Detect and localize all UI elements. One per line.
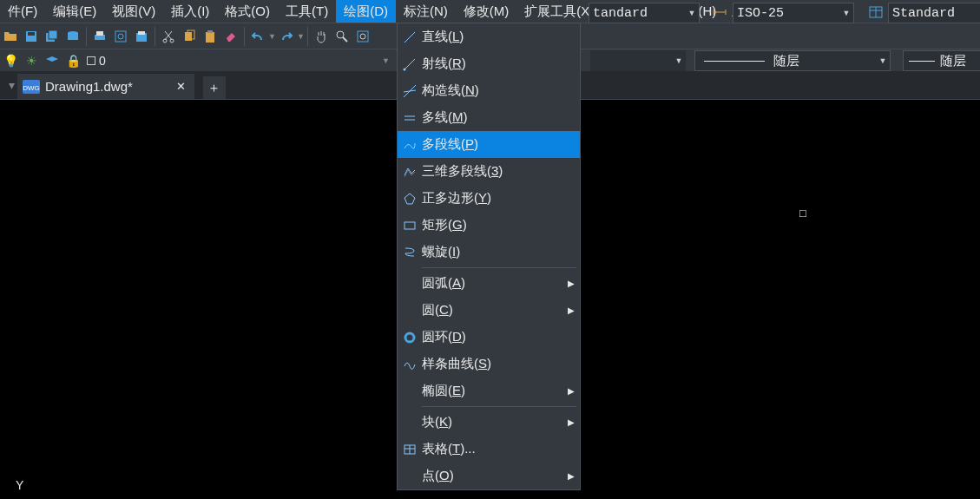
menu-item[interactable]: 修改(M) <box>456 0 517 23</box>
menu-item[interactable]: 视图(V) <box>104 0 163 23</box>
draw-menu-dropdown: 直线(L)射线(R)构造线(N)多线(M)多段线(P)三维多段线(3)正多边形(… <box>397 23 581 490</box>
menu-item-label: 圆弧(A) <box>422 275 562 292</box>
menu-item-label: 螺旋(I) <box>422 244 580 260</box>
dropdown-arrow-icon: ▼ <box>685 9 699 17</box>
tablestyle-icon[interactable] <box>869 5 883 22</box>
menu-item-[interactable]: 圆弧(A)▶ <box>398 270 580 297</box>
svg-rect-16 <box>206 32 214 43</box>
db-icon[interactable] <box>64 27 82 46</box>
lineweight-line-icon <box>909 61 935 62</box>
menu-item-[interactable]: 椭圆(E)▶ <box>398 378 580 404</box>
helix-icon <box>398 239 422 266</box>
dropdown-arrow-icon: ▼ <box>839 9 853 17</box>
submenu-arrow-icon: ▶ <box>562 471 580 481</box>
svg-rect-8 <box>115 31 126 42</box>
menu-item[interactable]: 编辑(E) <box>45 0 104 23</box>
dropdown-arrow-icon: ▼ <box>876 56 890 65</box>
svg-point-26 <box>404 68 406 70</box>
blank-icon <box>398 409 422 436</box>
undo-dropdown-icon[interactable]: ▼ <box>268 32 276 41</box>
zoom-icon[interactable] <box>333 27 351 46</box>
menu-item-ray[interactable]: 射线(R) <box>398 50 580 77</box>
submenu-arrow-icon: ▶ <box>562 305 580 315</box>
preview-icon[interactable] <box>112 27 129 46</box>
blank-icon <box>398 297 422 324</box>
ray-icon <box>398 50 422 77</box>
pan-icon[interactable] <box>312 27 330 46</box>
svg-rect-3 <box>49 30 57 39</box>
menu-item[interactable]: 插入(I) <box>163 0 217 23</box>
layer-dropdown-icon[interactable]: ▼ <box>382 56 390 65</box>
redo-icon[interactable] <box>278 27 295 46</box>
menu-item[interactable]: 绘图(D) <box>336 0 396 23</box>
lineweight-value: 随层 <box>940 53 966 69</box>
menu-item-[interactable]: 圆(C)▶ <box>398 297 580 324</box>
menu-item-rect[interactable]: 矩形(G) <box>398 212 580 239</box>
undo-icon[interactable] <box>249 27 266 46</box>
cut-icon[interactable] <box>160 27 177 46</box>
menu-item-[interactable]: 点(O)▶ <box>398 463 580 489</box>
folder-icon[interactable] <box>2 27 19 46</box>
lightbulb-icon[interactable]: 💡 <box>2 51 19 70</box>
save-all-icon[interactable] <box>43 27 61 46</box>
menu-item[interactable]: 工具(T) <box>278 0 336 23</box>
svg-rect-32 <box>404 222 415 229</box>
menu-item[interactable]: 格式(O) <box>217 0 278 23</box>
menu-item-label: 椭圆(E) <box>422 383 562 399</box>
dimstyle-icon[interactable] <box>712 5 727 22</box>
sun-icon[interactable]: ☀ <box>23 51 40 70</box>
dwg-file-icon: DWG <box>23 80 40 94</box>
svg-point-33 <box>405 333 414 342</box>
blank-icon <box>398 378 422 404</box>
layer-name: 0 <box>99 54 106 68</box>
spline-icon <box>398 351 422 378</box>
dimstyle-combo[interactable]: ISO-25 ▼ <box>733 3 854 23</box>
menu-item-donut[interactable]: 圆环(D) <box>398 324 580 351</box>
layer-color-icon[interactable] <box>87 56 95 65</box>
erase-icon[interactable] <box>222 27 240 46</box>
textstyle-combo[interactable]: tandard ▼ <box>589 3 700 23</box>
tab-handle-icon[interactable]: ▾ <box>9 70 17 99</box>
close-icon[interactable]: ✕ <box>176 80 186 93</box>
lock-icon[interactable]: 🔒 <box>64 51 82 70</box>
save-icon[interactable] <box>23 27 40 46</box>
publish-icon[interactable] <box>133 27 150 46</box>
menu-item-xline[interactable]: 构造线(N) <box>398 77 580 104</box>
svg-rect-11 <box>138 31 145 35</box>
redo-dropdown-icon[interactable]: ▼ <box>297 32 305 41</box>
lineweight-combo[interactable]: 随层 <box>903 50 980 71</box>
menu-item-mline[interactable]: 多线(M) <box>398 104 580 131</box>
menu-item-line[interactable]: 直线(L) <box>398 23 580 50</box>
linetype-line-icon <box>704 61 765 62</box>
menu-item-table[interactable]: 表格(T)... <box>398 436 580 463</box>
zoom-window-icon[interactable] <box>354 27 372 46</box>
menu-item-spline[interactable]: 样条曲线(S) <box>398 351 580 378</box>
menu-item-label: 多段线(P) <box>422 136 580 153</box>
tablestyle-value: Standard <box>889 6 980 21</box>
ucs-y-label: Y <box>16 478 23 492</box>
svg-point-18 <box>337 31 344 38</box>
menu-item-helix[interactable]: 螺旋(I) <box>398 239 580 266</box>
menu-item[interactable]: 件(F) <box>0 0 45 23</box>
menu-item[interactable]: 标注(N) <box>396 0 456 23</box>
3dpoly-icon <box>398 158 422 185</box>
svg-line-25 <box>404 59 415 69</box>
file-tab[interactable]: DWG Drawing1.dwg* ✕ <box>17 74 194 99</box>
menu-item-[interactable]: 块(K)▶ <box>398 409 580 436</box>
linetype-combo[interactable]: 随层 ▼ <box>694 50 891 71</box>
menu-item-label: 射线(R) <box>422 56 580 72</box>
menu-item-polygon[interactable]: 正多边形(Y) <box>398 185 580 212</box>
blank-icon <box>398 463 422 489</box>
copy-icon[interactable] <box>181 27 198 46</box>
paste-icon[interactable] <box>201 27 219 46</box>
print-icon[interactable] <box>91 27 109 46</box>
new-tab-button[interactable]: ＋ <box>203 76 226 99</box>
layer-icon[interactable] <box>43 51 61 70</box>
menu-item-label: 块(K) <box>422 414 562 430</box>
menu-item-label: 圆环(D) <box>422 329 580 345</box>
tablestyle-combo[interactable]: Standard <box>888 3 980 23</box>
prop-combo-1[interactable]: ▼ <box>590 50 686 71</box>
menu-item-pline[interactable]: 多段线(P) <box>398 131 580 158</box>
menu-item-label: 直线(L) <box>422 29 580 45</box>
menu-item-3dpoly[interactable]: 三维多段线(3) <box>398 158 580 185</box>
